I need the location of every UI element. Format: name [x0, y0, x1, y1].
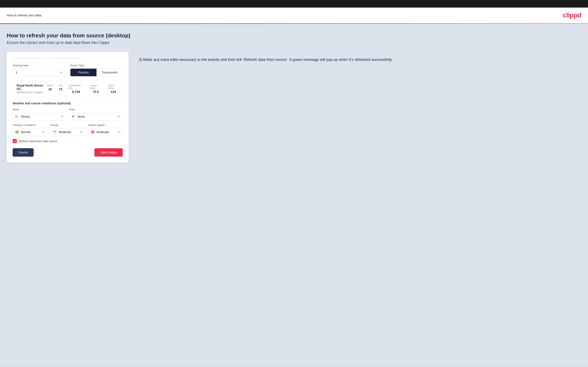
course-info-card: Royal North Devon GC, Westward Ho!, Engl… — [13, 81, 123, 97]
save-button[interactable]: Save Details — [94, 148, 123, 157]
wind-label: Wind — [13, 108, 66, 111]
cancel-button[interactable]: Cancel — [13, 148, 34, 157]
practice-button[interactable]: Practice — [70, 69, 96, 76]
page-heading: How to refresh your data from source (de… — [7, 32, 581, 39]
starting-hole-group: Starting Hole 1 2 10 ▼ — [13, 64, 65, 76]
green-speed-select[interactable]: Moderate Slow Fast — [88, 128, 123, 136]
slope-rating-value: 134 — [111, 90, 116, 93]
rain-group: Rain ☀ None Light Heavy ▼ — [69, 108, 123, 121]
refresh-label: Refresh shots from data source — [19, 140, 57, 143]
main-content: How to refresh your data from source (de… — [0, 24, 588, 366]
form-card: Starting Hole 1 2 10 ▼ Game Type Practic… — [7, 52, 129, 163]
rough-label: Rough — [51, 124, 85, 127]
starting-hole-select-wrapper: 1 2 10 ▼ — [13, 68, 65, 76]
green-speed-group: Green Speed 🎯 Moderate Slow Fast ▼ — [88, 124, 123, 136]
fairway-group: Fairway Conditions 🌿 Normal Soft Hard ▼ — [13, 124, 47, 136]
course-rating-label: Course rating — [90, 84, 102, 89]
tournament-button[interactable]: Tournament — [96, 69, 122, 76]
rough-select[interactable]: Moderate Light Heavy — [51, 128, 85, 136]
game-type-group: Game Type Practice Tournament — [70, 64, 123, 76]
rain-select-wrapper: ☀ None Light Heavy ▼ — [69, 113, 123, 121]
wind-group: Wind 💨 Strong None Light Moderate ▼ — [13, 108, 66, 121]
slope-rating-label: Slope rating — [108, 84, 119, 89]
yards-label: Yards/White (M)) — [68, 84, 84, 89]
form-actions: Cancel Save Details — [13, 148, 123, 157]
wind-select[interactable]: Strong None Light Moderate — [13, 113, 66, 121]
fairway-rough-green-row: Fairway Conditions 🌿 Normal Soft Hard ▼ … — [13, 124, 123, 136]
course-name-location: Royal North Devon GC, Westward Ho!, Engl… — [17, 84, 47, 94]
course-rating-value: 72.5 — [93, 90, 99, 93]
holes-stat: Holes 18 — [47, 84, 53, 93]
starting-hole-select[interactable]: 1 2 10 — [13, 68, 65, 76]
logo: clippd — [563, 11, 581, 19]
green-speed-label: Green Speed — [88, 124, 123, 127]
wind-select-wrapper: 💨 Strong None Light Moderate ▼ — [13, 113, 66, 121]
refresh-checkbox[interactable] — [13, 139, 17, 143]
slope-rating-stat: Slope rating 134 — [108, 84, 119, 93]
fairway-select[interactable]: Normal Soft Hard — [13, 128, 47, 136]
course-stats: Holes 18 Par 72 Yards/White (M)) 6,744 C… — [47, 84, 119, 93]
course-rating-stat: Course rating 72.5 — [90, 84, 102, 93]
course-name: Royal North Devon GC, — [17, 84, 47, 91]
starting-hole-gametype-row: Starting Hole 1 2 10 ▼ Game Type Practic… — [13, 64, 123, 76]
top-bar — [0, 0, 588, 8]
green-speed-select-wrapper: 🎯 Moderate Slow Fast ▼ — [88, 128, 123, 136]
yards-stat: Yards/White (M)) 6,744 — [68, 84, 84, 93]
header-title: How to refresh your data — [7, 13, 41, 17]
instruction-text: 3) Make any extra edits necessary to the… — [139, 57, 581, 63]
conditions-title: Weather and course conditions (optional) — [13, 102, 123, 105]
holes-value: 18 — [48, 87, 52, 91]
tab-stub-2 — [48, 58, 82, 59]
fairway-label: Fairway Conditions — [13, 124, 47, 127]
checkmark-icon — [13, 140, 16, 142]
game-type-buttons: Practice Tournament — [70, 68, 123, 76]
yards-value: 6,744 — [72, 90, 80, 93]
rough-select-wrapper: 🌱 Moderate Light Heavy ▼ — [51, 128, 85, 136]
rain-select[interactable]: None Light Heavy — [69, 113, 123, 121]
holes-label: Holes — [47, 84, 53, 87]
instructions-panel: 3) Make any extra edits necessary to the… — [139, 52, 581, 63]
tab-stub-1 — [13, 58, 46, 59]
rough-group: Rough 🌱 Moderate Light Heavy ▼ — [51, 124, 85, 136]
header: How to refresh your data clippd — [0, 8, 588, 23]
starting-hole-label: Starting Hole — [13, 64, 65, 67]
game-type-label: Game Type — [70, 64, 123, 67]
content-area: Starting Hole 1 2 10 ▼ Game Type Practic… — [7, 52, 581, 163]
par-label: Par — [59, 84, 62, 87]
wind-rain-row: Wind 💨 Strong None Light Moderate ▼ Rain — [13, 108, 123, 121]
par-value: 72 — [59, 87, 62, 91]
course-location: Westward Ho!, England — [17, 91, 47, 94]
footer: Copyright Clippd 2022 — [0, 366, 588, 367]
fairway-select-wrapper: 🌿 Normal Soft Hard ▼ — [13, 128, 47, 136]
par-stat: Par 72 — [59, 84, 62, 93]
refresh-checkbox-row: Refresh shots from data source — [13, 139, 123, 143]
rain-label: Rain — [69, 108, 123, 111]
page-subheading: Ensure the correct and most up to date d… — [7, 41, 581, 45]
tab-stubs — [13, 58, 123, 59]
